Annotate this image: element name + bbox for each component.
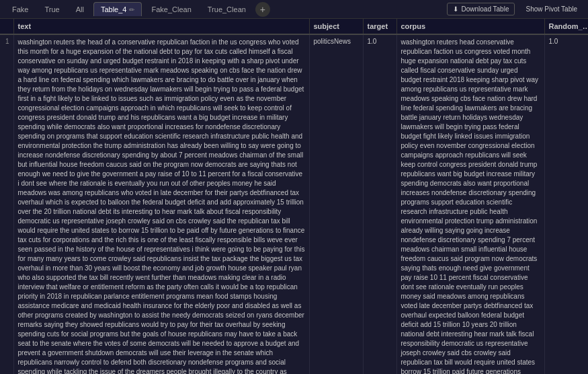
col-header-random[interactable]: Random_Fore...: [544, 19, 588, 34]
cell-subject: politicsNews: [309, 34, 363, 374]
tab-all[interactable]: All: [69, 3, 91, 16]
cell-corpus: washington reuters head conservative rep…: [396, 34, 544, 374]
col-header-target[interactable]: target: [363, 19, 396, 34]
cell-rownum: 1: [0, 34, 13, 374]
edit-icon[interactable]: ✏: [129, 6, 134, 13]
tab-bar: Fake True All Table_4 ✏ Fake_Clean True_…: [0, 0, 588, 19]
table-header-row: text subject target corpus Random_Fore..…: [0, 19, 588, 34]
cell-text: washington reuters the head of a conserv…: [13, 34, 309, 374]
tab-true[interactable]: True: [38, 3, 66, 16]
col-header-subject[interactable]: subject: [309, 19, 363, 34]
table-container: text subject target corpus Random_Fore..…: [0, 19, 588, 374]
table-row: 1 washington reuters the head of a conse…: [0, 34, 588, 374]
download-icon: ⬇: [453, 5, 458, 13]
tab-table4[interactable]: Table_4 ✏: [93, 2, 142, 16]
toolbar-right: ⬇ Download Table Show Pivot Table: [447, 3, 583, 15]
data-table: text subject target corpus Random_Fore..…: [0, 19, 588, 374]
col-header-corpus[interactable]: corpus: [396, 19, 544, 34]
col-header-rownum: [0, 19, 13, 34]
pivot-button[interactable]: Show Pivot Table: [520, 3, 583, 15]
add-tab-button[interactable]: +: [255, 2, 270, 17]
cell-target: 1.0: [363, 34, 396, 374]
download-button[interactable]: ⬇ Download Table: [447, 3, 515, 15]
tab-fake[interactable]: Fake: [5, 3, 35, 16]
col-header-text[interactable]: text: [13, 19, 309, 34]
tab-true-clean[interactable]: True_Clean: [201, 3, 253, 16]
cell-random: 1.0: [544, 34, 588, 374]
tab-fake-clean[interactable]: Fake_Clean: [144, 3, 198, 16]
